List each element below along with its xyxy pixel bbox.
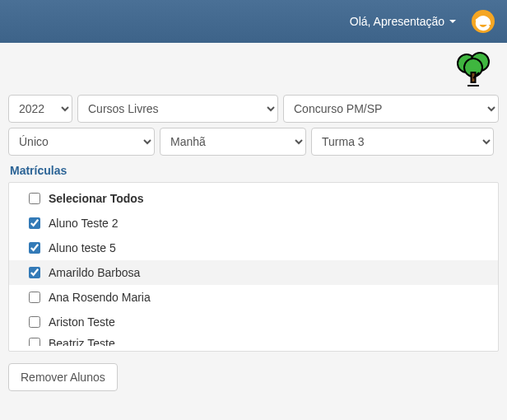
student-name: Aluno teste 5: [49, 241, 116, 254]
caret-down-icon: [449, 20, 456, 23]
tree-logo-icon: [454, 51, 492, 90]
select-all-row[interactable]: Selecionar Todos: [9, 186, 498, 211]
user-greeting: Olá, Apresentação: [350, 15, 444, 28]
list-item[interactable]: Aluno Teste 2: [9, 211, 498, 236]
course-select[interactable]: Cursos Livres: [77, 95, 278, 123]
student-name: Beatriz Teste: [49, 337, 115, 347]
select-all-label: Selecionar Todos: [49, 192, 144, 205]
student-list-panel: Selecionar Todos Aluno Teste 2 Aluno tes…: [8, 182, 499, 352]
select-all-checkbox[interactable]: [29, 193, 40, 204]
student-checkbox[interactable]: [29, 292, 40, 303]
target-select[interactable]: Concurso PM/SP: [283, 95, 499, 123]
student-checkbox[interactable]: [29, 242, 40, 254]
shift-select[interactable]: Manhã: [160, 128, 306, 156]
filters-row-1: 2022 Cursos Livres Concurso PM/SP: [8, 95, 499, 123]
list-item[interactable]: Ariston Teste: [9, 310, 498, 334]
section-title: Matrículas: [10, 164, 499, 177]
student-checkbox[interactable]: [29, 267, 40, 278]
student-checkbox[interactable]: [29, 217, 40, 229]
list-item[interactable]: Ana Rosendo Maria: [9, 285, 498, 310]
student-name: Aluno Teste 2: [49, 217, 119, 230]
list-item[interactable]: Beatriz Teste: [9, 334, 498, 346]
student-checkbox[interactable]: [29, 338, 40, 347]
user-menu[interactable]: Olá, Apresentação: [350, 15, 456, 28]
content: 2022 Cursos Livres Concurso PM/SP Único …: [0, 95, 507, 403]
brand-e-icon: [471, 9, 495, 34]
student-list: Selecionar Todos Aluno Teste 2 Aluno tes…: [9, 183, 498, 349]
unit-select[interactable]: Único: [8, 128, 155, 156]
remove-students-button[interactable]: Remover Alunos: [8, 363, 118, 391]
logo-row: [0, 43, 507, 95]
list-item[interactable]: Aluno teste 5: [9, 236, 498, 260]
class-select[interactable]: Turma 3: [311, 128, 494, 156]
year-select[interactable]: 2022: [8, 95, 72, 123]
student-name: Ariston Teste: [49, 315, 115, 329]
student-name: Ana Rosendo Maria: [49, 291, 151, 304]
student-checkbox[interactable]: [29, 316, 40, 328]
list-item[interactable]: Amarildo Barbosa: [9, 260, 498, 285]
filters-row-2: Único Manhã Turma 3: [8, 128, 499, 156]
topbar: Olá, Apresentação: [0, 0, 507, 43]
student-name: Amarildo Barbosa: [49, 266, 140, 279]
